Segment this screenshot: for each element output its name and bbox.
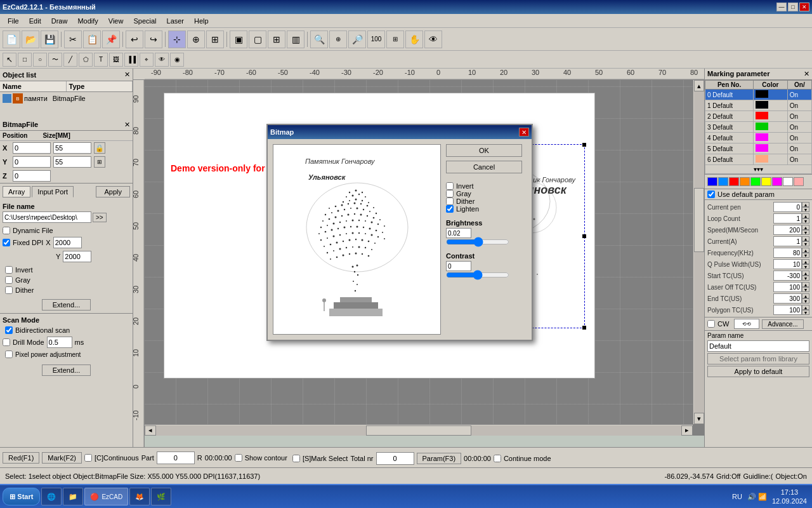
pen-row-4[interactable]: 4 Default On	[705, 133, 812, 144]
maximize-button[interactable]: □	[788, 3, 798, 11]
select-tool[interactable]: ↖	[3, 53, 16, 67]
pal-skyblue[interactable]	[718, 177, 728, 186]
object-list-close[interactable]: ✕	[124, 70, 130, 79]
taskbar-app-5[interactable]: 🌿	[151, 488, 171, 505]
taskbar-app-1[interactable]: 🌐	[41, 488, 62, 505]
param-name-input[interactable]	[707, 340, 809, 352]
use-default-checkbox[interactable]	[707, 190, 715, 198]
polygon-tc-down[interactable]: ▼	[802, 310, 809, 315]
eye2-tool[interactable]: ◉	[170, 53, 184, 67]
v-scrollbar[interactable]: ▴ ▾	[693, 80, 704, 424]
pen-row-0[interactable]: 0 Default On	[705, 90, 812, 100]
dpi-x-input[interactable]	[53, 237, 82, 248]
menu-draw[interactable]: Draw	[46, 16, 73, 26]
loop-count-input[interactable]	[773, 213, 802, 224]
pal-pink[interactable]	[794, 177, 804, 186]
fixed-dpi-checkbox[interactable]	[3, 239, 10, 246]
tab-array[interactable]: Array	[3, 186, 30, 197]
pen-row-3[interactable]: 3 Default On	[705, 122, 812, 133]
laser-off-down[interactable]: ▼	[802, 287, 809, 292]
zoom-in-button[interactable]: 🔍	[310, 30, 328, 48]
pal-blue[interactable]	[707, 177, 717, 186]
object-list-item[interactable]: B памяти BitmapFile	[0, 92, 133, 105]
minimize-button[interactable]: —	[776, 3, 787, 11]
props-panel-close[interactable]: ✕	[124, 121, 130, 129]
tab-input-port[interactable]: Input Port	[32, 186, 74, 197]
eye-tool[interactable]: 👁	[155, 53, 169, 67]
dither-checkbox[interactable]	[5, 286, 13, 294]
pal-yellow[interactable]	[761, 177, 771, 186]
brightness-slider[interactable]	[446, 239, 509, 244]
open-button[interactable]: 📂	[22, 30, 39, 48]
pen-row-1[interactable]: 1 Default On	[705, 100, 812, 111]
pal-green[interactable]	[750, 177, 761, 186]
start-tc-input[interactable]	[773, 271, 802, 281]
speed-input[interactable]	[773, 225, 802, 235]
q-pulse-up[interactable]: ▲	[802, 259, 809, 264]
start-button[interactable]: ⊞ Start	[3, 488, 40, 505]
current-pen-down[interactable]: ▼	[802, 207, 809, 212]
apply-to-default-button[interactable]: Apply to default	[707, 366, 809, 377]
frequency-input[interactable]	[773, 248, 802, 258]
pen-row-more[interactable]: ▾▾▾	[705, 165, 812, 174]
bitmap-dialog[interactable]: Bitmap ✕ Памятник Гончарову Ульяновск	[266, 124, 533, 341]
frequency-up[interactable]: ▲	[802, 248, 809, 253]
zoom-fit-button[interactable]: ⊕	[329, 30, 347, 48]
z-position-input[interactable]	[13, 170, 51, 182]
mark-f2-button[interactable]: Mark(F2)	[42, 452, 82, 464]
pal-magenta[interactable]	[772, 177, 782, 186]
dialog-invert-checkbox[interactable]	[446, 182, 454, 190]
speed-up[interactable]: ▲	[802, 225, 809, 230]
undo-button[interactable]: ↩	[126, 30, 143, 48]
continue-mode-checkbox[interactable]	[494, 455, 501, 462]
q-pulse-input[interactable]	[773, 259, 802, 269]
y-size-input[interactable]	[53, 156, 91, 168]
pal-red[interactable]	[729, 177, 739, 186]
drill-checkbox[interactable]	[3, 338, 10, 346]
scroll-down[interactable]: ▾	[694, 413, 704, 424]
taskbar-app-2[interactable]: 📁	[63, 488, 83, 505]
transform-button[interactable]: ⊞	[206, 30, 224, 48]
end-tc-input[interactable]	[773, 293, 802, 304]
dynamic-file-checkbox[interactable]	[3, 227, 10, 234]
end-tc-up[interactable]: ▲	[802, 293, 809, 298]
current-a-down[interactable]: ▼	[802, 241, 809, 246]
cut-button[interactable]: ✂	[64, 30, 82, 48]
scroll-up[interactable]: ▴	[694, 80, 704, 91]
scroll-right[interactable]: ▸	[681, 425, 693, 436]
zoom-all-button[interactable]: ⊞	[386, 30, 404, 48]
laser-off-input[interactable]	[773, 282, 802, 292]
pan-button[interactable]: ✋	[405, 30, 423, 48]
extend-button-1[interactable]: Extend...	[42, 299, 91, 311]
draw-barcode[interactable]: ▐▐	[124, 53, 138, 67]
dialog-lighten-checkbox[interactable]	[446, 205, 454, 213]
group-button[interactable]: ▣	[230, 30, 247, 48]
dialog-dither-checkbox[interactable]	[446, 197, 454, 205]
scroll-thumb-v[interactable]	[694, 188, 704, 252]
loop-count-up[interactable]: ▲	[802, 213, 809, 218]
serial-button[interactable]: ▥	[287, 30, 304, 48]
contrast-slider[interactable]	[446, 272, 509, 277]
drill-value-input[interactable]	[47, 337, 72, 348]
new-button[interactable]: 📄	[3, 30, 20, 48]
dialog-cancel-button[interactable]: Cancel	[446, 161, 522, 173]
dialog-ok-button[interactable]: OK	[446, 144, 522, 157]
menu-laser[interactable]: Laser	[162, 16, 190, 26]
taskbar-app-3[interactable]: 🔴 EzCAD	[84, 488, 128, 505]
aspect-lock-button[interactable]: ⊞	[94, 156, 105, 168]
draw-polygon[interactable]: ⬠	[79, 53, 93, 67]
view-button[interactable]: 👁	[424, 30, 442, 48]
apply-button[interactable]: Apply	[96, 186, 130, 197]
browse-button[interactable]: >>	[93, 213, 107, 222]
speed-down[interactable]: ▼	[802, 230, 809, 235]
menu-view[interactable]: View	[103, 16, 129, 26]
copy-button[interactable]: 📋	[83, 30, 101, 48]
bidir-checkbox[interactable]	[5, 326, 13, 334]
continuous-checkbox[interactable]	[84, 454, 92, 462]
x-position-input[interactable]	[13, 142, 51, 154]
draw-ellipse[interactable]: ○	[33, 53, 47, 67]
file-path-input[interactable]	[3, 211, 91, 223]
marking-param-close[interactable]: ✕	[804, 70, 809, 78]
scroll-left[interactable]: ◂	[145, 425, 156, 436]
menu-help[interactable]: Help	[189, 16, 214, 26]
